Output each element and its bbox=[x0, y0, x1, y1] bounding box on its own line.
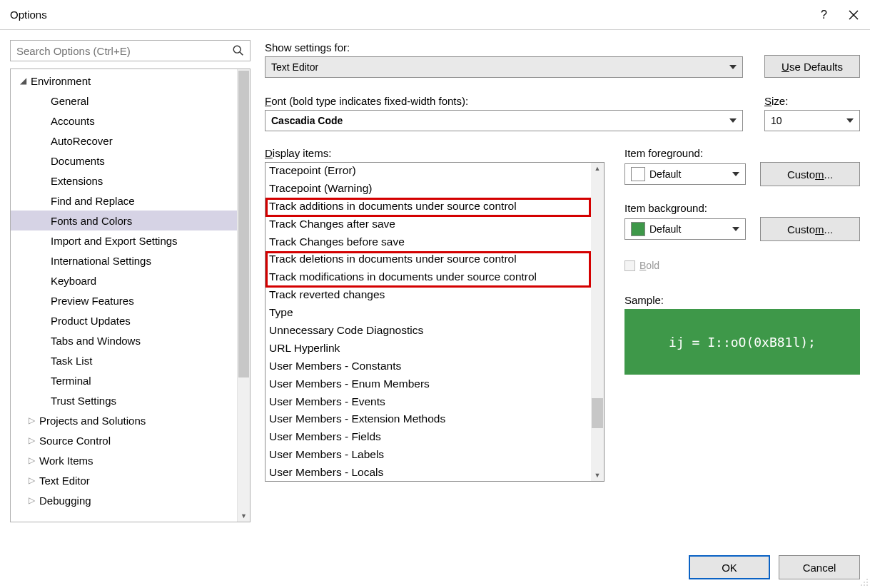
list-scrollbar[interactable]: ▲ ▼ bbox=[591, 163, 604, 481]
tree-node[interactable]: ▷Debugging bbox=[11, 490, 250, 510]
item-background-combo[interactable]: Default bbox=[624, 218, 746, 240]
chevron-right-icon: ▷ bbox=[24, 455, 39, 465]
search-input[interactable] bbox=[11, 41, 250, 61]
chevron-down-icon bbox=[842, 111, 858, 131]
list-item[interactable]: Track deletions in documents under sourc… bbox=[265, 251, 591, 269]
tree-item[interactable]: Product Updates bbox=[11, 310, 250, 330]
item-foreground-label: Item foreground: bbox=[624, 147, 860, 159]
tree-node-label: Environment bbox=[31, 75, 91, 87]
svg-line-1 bbox=[240, 52, 243, 55]
tree-item[interactable]: Terminal bbox=[11, 370, 250, 390]
use-defaults-button[interactable]: Use Defaults bbox=[764, 55, 860, 78]
list-item[interactable]: User Members - Constants bbox=[265, 358, 591, 376]
list-item[interactable]: Track reverted changes bbox=[265, 287, 591, 305]
list-item[interactable]: User Members - Labels bbox=[265, 447, 591, 465]
tree-item[interactable]: General bbox=[11, 91, 250, 111]
tree-node[interactable]: ▷Text Editor bbox=[11, 470, 250, 490]
tree-item[interactable]: Trust Settings bbox=[11, 390, 250, 410]
display-items-label: Display items: bbox=[265, 147, 605, 159]
list-item[interactable]: Tracepoint (Error) bbox=[265, 163, 591, 181]
search-input-wrapper bbox=[10, 40, 251, 61]
svg-point-4 bbox=[866, 584, 868, 586]
list-item[interactable]: User Members - Enum Members bbox=[265, 376, 591, 394]
chevron-right-icon: ▷ bbox=[24, 435, 39, 445]
svg-point-3 bbox=[866, 582, 868, 583]
window-title: Options bbox=[10, 9, 47, 21]
chevron-down-icon bbox=[728, 164, 744, 184]
list-item[interactable]: Track modifications in documents under s… bbox=[265, 269, 591, 287]
sample-text: ij = I::oO(0xB81l); bbox=[669, 335, 816, 350]
combo-value: 10 bbox=[771, 115, 782, 126]
scroll-up-icon[interactable]: ▲ bbox=[595, 165, 601, 172]
list-item[interactable]: User Members - Events bbox=[265, 394, 591, 412]
custom-foreground-button[interactable]: Custom... bbox=[760, 162, 860, 186]
svg-point-7 bbox=[861, 584, 862, 586]
tree-scrollbar[interactable]: ▲ ▼ bbox=[237, 69, 250, 522]
item-foreground-combo[interactable]: Default bbox=[624, 163, 746, 185]
foreground-swatch bbox=[631, 167, 645, 181]
tree-item[interactable]: Extensions bbox=[11, 171, 250, 191]
list-item[interactable]: Tracepoint (Warning) bbox=[265, 181, 591, 198]
tree-item[interactable]: Fonts and Colors bbox=[11, 211, 250, 230]
tree-node[interactable]: ▷Work Items bbox=[11, 450, 250, 470]
tree-node-environment[interactable]: ◢ Environment bbox=[11, 71, 250, 91]
font-combo[interactable]: Cascadia Code bbox=[265, 110, 743, 131]
display-items-list[interactable]: Tracepoint (Error)Tracepoint (Warning)Tr… bbox=[265, 162, 605, 482]
chevron-right-icon: ▷ bbox=[24, 415, 39, 425]
chevron-right-icon: ▷ bbox=[24, 495, 39, 505]
bold-checkbox: Bold bbox=[624, 260, 860, 271]
list-item[interactable]: Unnecessary Code Diagnostics bbox=[265, 323, 591, 340]
scroll-down-icon[interactable]: ▼ bbox=[241, 512, 247, 519]
svg-point-5 bbox=[864, 582, 865, 583]
sample-preview: ij = I::oO(0xB81l); bbox=[624, 309, 860, 375]
list-item[interactable]: Track Changes before save bbox=[265, 234, 591, 252]
cancel-button[interactable]: Cancel bbox=[779, 555, 860, 579]
tree-item[interactable]: AutoRecover bbox=[11, 131, 250, 151]
tree-item[interactable]: Documents bbox=[11, 151, 250, 171]
show-settings-combo[interactable]: Text Editor bbox=[265, 56, 743, 78]
size-combo[interactable]: 10 bbox=[764, 110, 860, 131]
chevron-right-icon: ▷ bbox=[24, 475, 39, 485]
scroll-down-icon[interactable]: ▼ bbox=[595, 472, 601, 479]
size-label: Size: bbox=[764, 95, 860, 107]
tree-item[interactable]: Tabs and Windows bbox=[11, 330, 250, 350]
svg-point-2 bbox=[866, 579, 868, 580]
tree-node[interactable]: ▷Source Control bbox=[11, 430, 250, 450]
combo-value: Text Editor bbox=[271, 61, 318, 73]
tree-item[interactable]: Import and Export Settings bbox=[11, 230, 250, 250]
combo-value: Cascadia Code bbox=[271, 115, 343, 126]
tree-node[interactable]: ▷Projects and Solutions bbox=[11, 410, 250, 430]
list-item[interactable]: URL Hyperlink bbox=[265, 340, 591, 358]
tree-item[interactable]: Keyboard bbox=[11, 270, 250, 290]
list-item[interactable]: User Members - Locals bbox=[265, 465, 591, 482]
tree-item[interactable]: Accounts bbox=[11, 111, 250, 131]
combo-value: Default bbox=[649, 168, 681, 180]
show-settings-label: Show settings for: bbox=[265, 41, 743, 54]
tree-item[interactable]: Task List bbox=[11, 350, 250, 370]
list-item[interactable]: Track Changes after save bbox=[265, 216, 591, 234]
scroll-thumb[interactable] bbox=[592, 398, 603, 428]
resize-grip-icon[interactable] bbox=[857, 575, 869, 587]
sample-label: Sample: bbox=[624, 294, 860, 306]
list-item[interactable]: User Members - Extension Methods bbox=[265, 411, 591, 429]
ok-button[interactable]: OK bbox=[689, 555, 770, 579]
chevron-down-icon bbox=[728, 219, 744, 239]
tree-item[interactable]: Preview Features bbox=[11, 290, 250, 310]
tree-item[interactable]: International Settings bbox=[11, 250, 250, 270]
svg-point-0 bbox=[233, 46, 241, 53]
tree-item[interactable]: Find and Replace bbox=[11, 191, 250, 211]
custom-background-button[interactable]: Custom... bbox=[760, 217, 860, 241]
search-icon[interactable] bbox=[231, 44, 246, 58]
options-tree[interactable]: ◢ Environment GeneralAccountsAutoRecover… bbox=[10, 69, 251, 522]
list-item[interactable]: Type bbox=[265, 305, 591, 323]
svg-point-6 bbox=[864, 584, 865, 586]
title-bar: Options ? bbox=[0, 0, 870, 30]
checkbox-icon bbox=[624, 260, 635, 271]
scroll-thumb[interactable] bbox=[238, 71, 249, 377]
chevron-down-icon bbox=[725, 111, 741, 131]
close-icon[interactable] bbox=[849, 10, 859, 20]
chevron-down-icon bbox=[725, 57, 741, 77]
list-item[interactable]: Track additions in documents under sourc… bbox=[265, 198, 591, 216]
list-item[interactable]: User Members - Fields bbox=[265, 429, 591, 447]
help-icon[interactable]: ? bbox=[821, 9, 827, 21]
